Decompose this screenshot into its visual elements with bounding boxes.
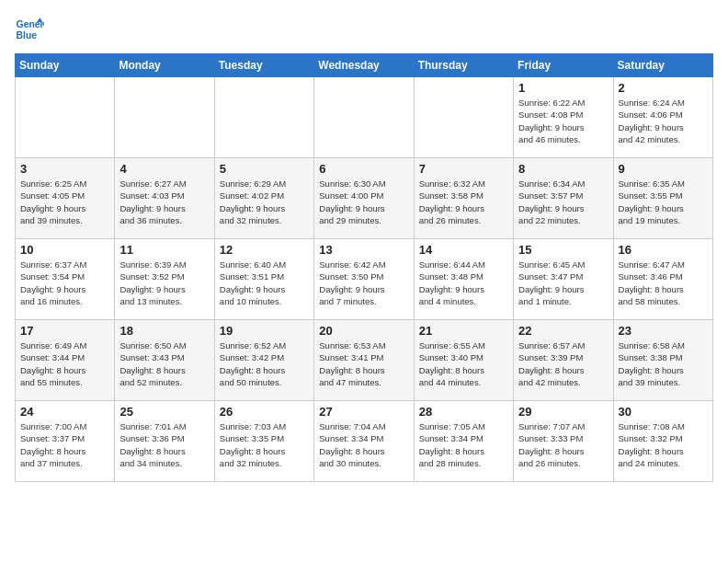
day-number: 1 — [518, 81, 608, 95]
weekday-header: Friday — [514, 54, 613, 77]
calendar-cell: 7Sunrise: 6:32 AM Sunset: 3:58 PM Daylig… — [414, 158, 513, 239]
logo: General Blue — [15, 15, 48, 44]
weekday-header: Monday — [115, 54, 214, 77]
calendar-cell: 22Sunrise: 6:57 AM Sunset: 3:39 PM Dayli… — [514, 320, 613, 401]
day-number: 8 — [518, 162, 608, 176]
day-info: Sunrise: 6:40 AM Sunset: 3:51 PM Dayligh… — [220, 259, 309, 307]
day-info: Sunrise: 6:37 AM Sunset: 3:54 PM Dayligh… — [20, 259, 109, 307]
day-info: Sunrise: 6:39 AM Sunset: 3:52 PM Dayligh… — [119, 259, 209, 307]
day-info: Sunrise: 6:32 AM Sunset: 3:58 PM Dayligh… — [419, 178, 508, 226]
day-number: 15 — [518, 243, 608, 257]
calendar-week-row: 1Sunrise: 6:22 AM Sunset: 4:08 PM Daylig… — [16, 77, 713, 158]
calendar-table: SundayMondayTuesdayWednesdayThursdayFrid… — [15, 53, 713, 482]
day-number: 22 — [518, 324, 608, 338]
calendar-cell: 20Sunrise: 6:53 AM Sunset: 3:41 PM Dayli… — [314, 320, 414, 401]
calendar-cell: 1Sunrise: 6:22 AM Sunset: 4:08 PM Daylig… — [514, 77, 613, 158]
calendar-week-row: 17Sunrise: 6:49 AM Sunset: 3:44 PM Dayli… — [16, 320, 713, 401]
logo-icon: General Blue — [15, 15, 44, 44]
calendar-cell: 24Sunrise: 7:00 AM Sunset: 3:37 PM Dayli… — [16, 401, 115, 482]
day-number: 12 — [220, 243, 309, 257]
day-info: Sunrise: 6:24 AM Sunset: 4:06 PM Dayligh… — [619, 97, 708, 145]
day-info: Sunrise: 6:30 AM Sunset: 4:00 PM Dayligh… — [319, 178, 408, 226]
day-number: 14 — [419, 243, 508, 257]
calendar-cell — [414, 77, 513, 158]
calendar-cell: 13Sunrise: 6:42 AM Sunset: 3:50 PM Dayli… — [314, 239, 414, 320]
calendar-cell: 10Sunrise: 6:37 AM Sunset: 3:54 PM Dayli… — [16, 239, 115, 320]
weekday-header: Thursday — [414, 54, 513, 77]
calendar-cell: 18Sunrise: 6:50 AM Sunset: 3:43 PM Dayli… — [115, 320, 214, 401]
weekday-header: Wednesday — [314, 54, 414, 77]
calendar-cell — [214, 77, 313, 158]
day-number: 27 — [319, 405, 408, 419]
calendar-week-row: 3Sunrise: 6:25 AM Sunset: 4:05 PM Daylig… — [16, 158, 713, 239]
calendar-cell — [314, 77, 414, 158]
calendar-cell: 8Sunrise: 6:34 AM Sunset: 3:57 PM Daylig… — [514, 158, 613, 239]
day-info: Sunrise: 6:35 AM Sunset: 3:55 PM Dayligh… — [619, 178, 708, 226]
day-info: Sunrise: 6:53 AM Sunset: 3:41 PM Dayligh… — [319, 339, 408, 388]
day-info: Sunrise: 6:49 AM Sunset: 3:44 PM Dayligh… — [20, 339, 109, 388]
day-number: 11 — [119, 243, 209, 257]
day-info: Sunrise: 7:00 AM Sunset: 3:37 PM Dayligh… — [20, 420, 109, 469]
day-info: Sunrise: 6:22 AM Sunset: 4:08 PM Dayligh… — [518, 97, 608, 145]
svg-text:Blue: Blue — [17, 30, 38, 40]
day-number: 20 — [319, 324, 408, 338]
calendar-cell: 14Sunrise: 6:44 AM Sunset: 3:48 PM Dayli… — [414, 239, 513, 320]
day-number: 16 — [619, 243, 708, 257]
day-number: 21 — [419, 324, 508, 338]
calendar-week-row: 24Sunrise: 7:00 AM Sunset: 3:37 PM Dayli… — [16, 401, 713, 482]
calendar-cell: 6Sunrise: 6:30 AM Sunset: 4:00 PM Daylig… — [314, 158, 414, 239]
day-number: 26 — [220, 405, 309, 419]
calendar-cell: 21Sunrise: 6:55 AM Sunset: 3:40 PM Dayli… — [414, 320, 513, 401]
day-number: 10 — [20, 243, 109, 257]
calendar-cell: 29Sunrise: 7:07 AM Sunset: 3:33 PM Dayli… — [514, 401, 613, 482]
weekday-header: Sunday — [16, 54, 115, 77]
calendar-cell: 27Sunrise: 7:04 AM Sunset: 3:34 PM Dayli… — [314, 401, 414, 482]
day-number: 23 — [619, 324, 708, 338]
day-number: 24 — [20, 405, 109, 419]
day-number: 25 — [119, 405, 209, 419]
weekday-header-row: SundayMondayTuesdayWednesdayThursdayFrid… — [16, 54, 713, 77]
day-number: 17 — [20, 324, 109, 338]
day-info: Sunrise: 6:29 AM Sunset: 4:02 PM Dayligh… — [220, 178, 309, 226]
day-number: 2 — [619, 81, 708, 95]
calendar-cell: 4Sunrise: 6:27 AM Sunset: 4:03 PM Daylig… — [115, 158, 214, 239]
day-number: 13 — [319, 243, 408, 257]
day-info: Sunrise: 6:27 AM Sunset: 4:03 PM Dayligh… — [119, 178, 209, 226]
day-info: Sunrise: 7:04 AM Sunset: 3:34 PM Dayligh… — [319, 420, 408, 469]
calendar-cell: 23Sunrise: 6:58 AM Sunset: 3:38 PM Dayli… — [613, 320, 712, 401]
calendar-cell: 15Sunrise: 6:45 AM Sunset: 3:47 PM Dayli… — [514, 239, 613, 320]
day-number: 6 — [319, 162, 408, 176]
calendar-cell — [115, 77, 214, 158]
day-info: Sunrise: 6:50 AM Sunset: 3:43 PM Dayligh… — [119, 339, 209, 388]
calendar-cell: 16Sunrise: 6:47 AM Sunset: 3:46 PM Dayli… — [613, 239, 712, 320]
calendar-cell: 11Sunrise: 6:39 AM Sunset: 3:52 PM Dayli… — [115, 239, 214, 320]
calendar-cell: 12Sunrise: 6:40 AM Sunset: 3:51 PM Dayli… — [214, 239, 313, 320]
day-number: 29 — [518, 405, 608, 419]
day-number: 7 — [419, 162, 508, 176]
day-info: Sunrise: 6:42 AM Sunset: 3:50 PM Dayligh… — [319, 259, 408, 307]
calendar-cell: 5Sunrise: 6:29 AM Sunset: 4:02 PM Daylig… — [214, 158, 313, 239]
calendar-cell: 9Sunrise: 6:35 AM Sunset: 3:55 PM Daylig… — [613, 158, 712, 239]
day-number: 30 — [619, 405, 708, 419]
day-number: 3 — [20, 162, 109, 176]
day-info: Sunrise: 7:03 AM Sunset: 3:35 PM Dayligh… — [220, 420, 309, 469]
calendar-cell: 3Sunrise: 6:25 AM Sunset: 4:05 PM Daylig… — [16, 158, 115, 239]
day-info: Sunrise: 6:44 AM Sunset: 3:48 PM Dayligh… — [419, 259, 508, 307]
day-info: Sunrise: 6:25 AM Sunset: 4:05 PM Dayligh… — [20, 178, 109, 226]
day-number: 28 — [419, 405, 508, 419]
calendar-cell: 17Sunrise: 6:49 AM Sunset: 3:44 PM Dayli… — [16, 320, 115, 401]
day-number: 5 — [220, 162, 309, 176]
calendar-cell: 25Sunrise: 7:01 AM Sunset: 3:36 PM Dayli… — [115, 401, 214, 482]
day-info: Sunrise: 6:47 AM Sunset: 3:46 PM Dayligh… — [619, 259, 708, 307]
day-number: 19 — [220, 324, 309, 338]
day-info: Sunrise: 7:07 AM Sunset: 3:33 PM Dayligh… — [518, 420, 608, 469]
weekday-header: Saturday — [613, 54, 712, 77]
calendar-cell: 2Sunrise: 6:24 AM Sunset: 4:06 PM Daylig… — [613, 77, 712, 158]
day-info: Sunrise: 6:52 AM Sunset: 3:42 PM Dayligh… — [220, 339, 309, 388]
page-header: General Blue — [15, 15, 713, 44]
day-info: Sunrise: 6:58 AM Sunset: 3:38 PM Dayligh… — [619, 339, 708, 388]
day-number: 9 — [619, 162, 708, 176]
day-info: Sunrise: 7:05 AM Sunset: 3:34 PM Dayligh… — [419, 420, 508, 469]
weekday-header: Tuesday — [214, 54, 313, 77]
calendar-cell — [16, 77, 115, 158]
